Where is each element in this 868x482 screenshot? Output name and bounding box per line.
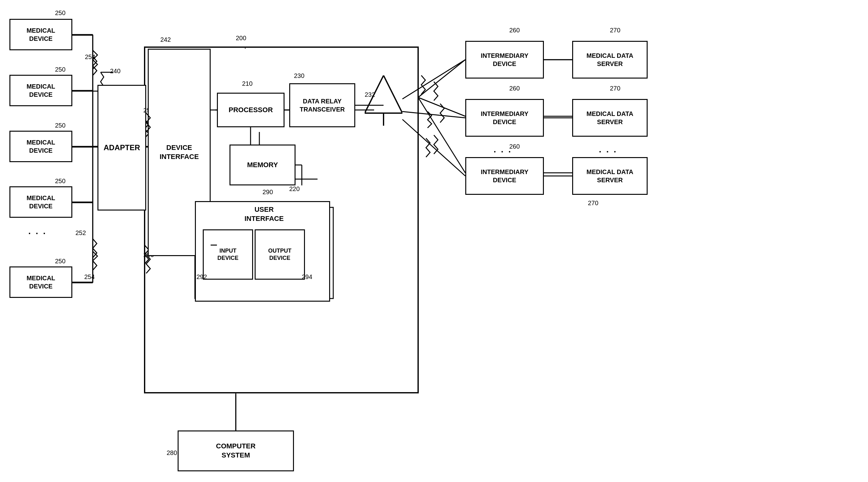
ref-232: 232 [365, 91, 375, 98]
medical-device-5: MEDICALDEVICE [9, 266, 72, 298]
ref-250-3: 250 [55, 122, 65, 129]
svg-line-49 [402, 119, 465, 176]
ref-260-1: 260 [509, 27, 520, 34]
ref-270-2: 270 [610, 85, 620, 92]
ref-240: 240 [110, 68, 120, 75]
ref-250-2: 250 [55, 66, 65, 73]
ref-252: 252 [75, 229, 86, 236]
ref-210: 210 [242, 80, 252, 87]
medical-data-server-3: MEDICAL DATASERVER [572, 157, 648, 195]
ref-270-1: 270 [610, 27, 620, 34]
medical-data-server-1: MEDICAL DATASERVER [572, 41, 648, 78]
ref-242: 242 [160, 36, 171, 43]
ref-294: 294 [302, 274, 312, 281]
antenna-symbol [365, 75, 402, 126]
medical-device-1: MEDICALDEVICE [9, 19, 72, 50]
medical-device-2: MEDICALDEVICE [9, 75, 72, 106]
ref-220: 220 [289, 185, 300, 193]
dots-servers: . . . [599, 144, 617, 155]
diagram-lines [0, 0, 868, 482]
svg-line-20 [418, 97, 465, 116]
svg-line-19 [418, 60, 465, 97]
ref-230: 230 [294, 72, 304, 79]
intermediary-device-1: INTERMEDIARYDEVICE [465, 41, 544, 78]
connection-lines-detail [0, 0, 868, 482]
memory-box: MEMORY [229, 144, 296, 185]
svg-line-21 [418, 97, 465, 173]
ref-254-top: 254 [85, 54, 95, 61]
ref-270-3: 270 [588, 199, 598, 207]
svg-line-48 [402, 111, 465, 118]
medical-device-4: MEDICALDEVICE [9, 186, 72, 218]
ref-250-5: 250 [55, 258, 65, 265]
svg-line-47 [402, 60, 465, 99]
medical-device-3: MEDICALDEVICE [9, 131, 72, 162]
ref-250-1: 250 [55, 9, 65, 17]
input-device-box: INPUTDEVICE [203, 229, 253, 280]
processor-box: PROCESSOR [217, 93, 284, 127]
ref-260-3: 260 [509, 143, 520, 150]
data-relay-box: DATA RELAYTRANSCEIVER [289, 83, 355, 127]
ref-280: 280 [166, 449, 177, 456]
ref-254-bottom: 254 [84, 274, 95, 281]
ref-292: 292 [196, 274, 207, 281]
computer-system-box: COMPUTERSYSTEM [178, 430, 294, 471]
ref-200: 200 [236, 35, 246, 42]
dots-medical-devices: . . . [28, 226, 47, 236]
output-device-box: OUTPUTDEVICE [255, 229, 305, 280]
ref-290: 290 [262, 189, 273, 196]
diagram: 200 MEDICALDEVICE 250 MEDICALDEVICE 250 … [0, 0, 868, 482]
adapter-box: ADAPTER [97, 85, 146, 211]
medical-data-server-2: MEDICAL DATASERVER [572, 99, 648, 137]
ref-260-2: 260 [509, 85, 520, 92]
intermediary-device-2: INTERMEDIARYDEVICE [465, 99, 544, 137]
ref-250-4: 250 [55, 178, 65, 185]
intermediary-device-3: INTERMEDIARYDEVICE [465, 157, 544, 195]
